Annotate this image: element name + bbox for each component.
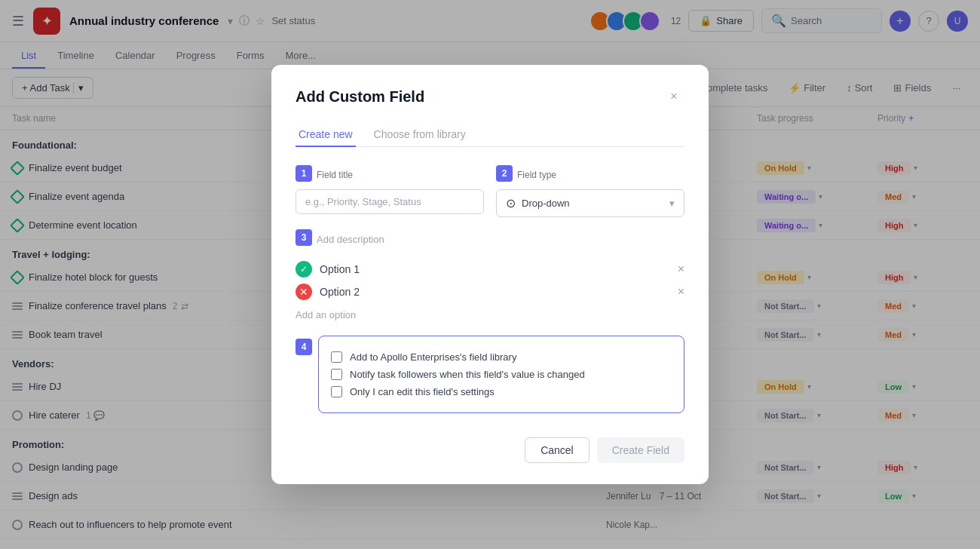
cancel-button[interactable]: Cancel: [525, 437, 590, 463]
step-4-label: 4: [296, 339, 312, 355]
options-list: ✓ × ✕ ×: [296, 261, 684, 300]
field-type-group: 2 Field type ⊙ Drop-down ▾: [496, 165, 684, 217]
option-2-close-icon[interactable]: ×: [678, 285, 684, 299]
field-type-label: Field type: [517, 170, 556, 180]
dropdown-label: Drop-down: [522, 198, 570, 209]
step-2-label: 2: [496, 165, 513, 182]
modal-overlay[interactable]: Add Custom Field × Create new Choose fro…: [0, 0, 980, 549]
checkbox-notify-input[interactable]: [331, 369, 342, 380]
checkbox-notify: Notify task followers when this field's …: [331, 366, 672, 383]
option-item: ✓ ×: [296, 261, 684, 278]
field-title-label: Field title: [317, 170, 353, 180]
checkbox-only-me-input[interactable]: [331, 386, 342, 397]
checkbox-library-input[interactable]: [331, 351, 342, 363]
modal-footer: Cancel Create Field: [296, 437, 684, 463]
option-2-dot: ✕: [296, 284, 312, 300]
chevron-down-icon: ▾: [669, 198, 675, 209]
modal-tabs: Create new Choose from library: [296, 122, 684, 147]
checkbox-only-me: Only I can edit this field's settings: [331, 383, 672, 400]
add-option-link[interactable]: Add an option: [296, 309, 684, 321]
dropdown-icon: ⊙: [506, 196, 516, 210]
form-row-title-type: 1 Field title 2 Field type ⊙ Drop-down ▾: [296, 165, 684, 217]
step-1-label: 1: [296, 165, 312, 182]
checkbox-notify-label: Notify task followers when this field's …: [350, 369, 585, 380]
option-1-dot: ✓: [296, 261, 312, 278]
field-title-group: 1 Field title: [296, 165, 484, 214]
tab-create-new[interactable]: Create new: [296, 122, 356, 146]
description-row: 3 Add description: [296, 229, 684, 249]
add-description-link[interactable]: Add description: [317, 234, 384, 245]
close-button[interactable]: ×: [663, 86, 684, 107]
field-title-input[interactable]: [296, 189, 484, 214]
step-3-label: 3: [296, 229, 312, 246]
checkboxes-section: Add to Apollo Enterprises's field librar…: [318, 336, 684, 413]
checkbox-only-me-label: Only I can edit this field's settings: [350, 386, 495, 397]
create-field-button[interactable]: Create Field: [597, 437, 684, 463]
option-item: ✕ ×: [296, 284, 684, 300]
option-1-close-icon[interactable]: ×: [678, 262, 684, 276]
option-1-input[interactable]: [320, 262, 670, 278]
modal-header: Add Custom Field ×: [296, 86, 684, 107]
modal-add-custom-field: Add Custom Field × Create new Choose fro…: [271, 65, 709, 484]
tab-choose-library[interactable]: Choose from library: [371, 122, 469, 146]
checkbox-library: Add to Apollo Enterprises's field librar…: [331, 348, 672, 366]
checkbox-library-label: Add to Apollo Enterprises's field librar…: [350, 351, 516, 363]
modal-title: Add Custom Field: [296, 88, 424, 106]
field-type-dropdown[interactable]: ⊙ Drop-down ▾: [496, 189, 684, 217]
option-2-input[interactable]: [320, 284, 670, 300]
